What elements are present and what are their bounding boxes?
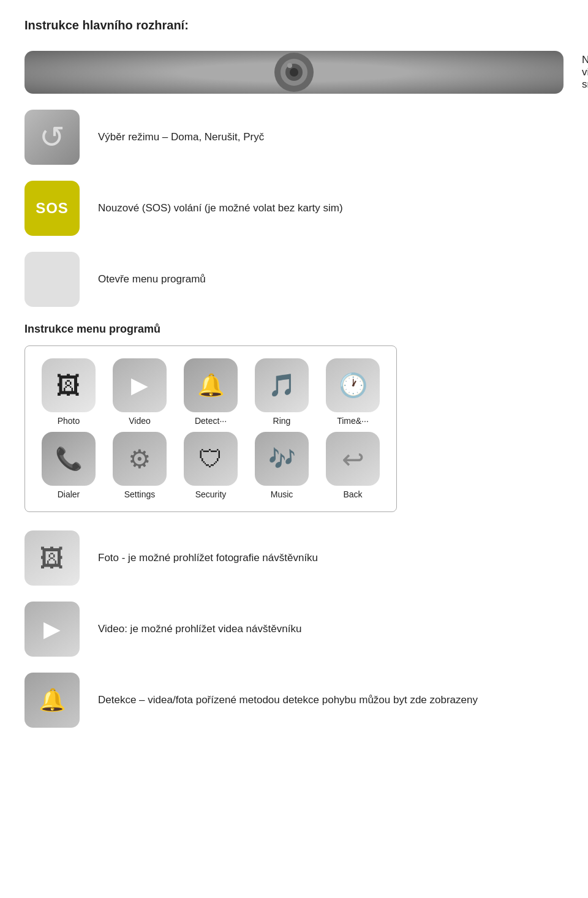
item-text: Výběr režimu – Doma, Nerušit, Pryč	[98, 131, 264, 143]
detect-app-icon	[184, 358, 238, 412]
time-app-icon	[326, 358, 380, 412]
svg-point-4	[287, 63, 292, 68]
app-grid: Photo Video Detect··· Ring Time&··· Dial	[35, 358, 386, 499]
video-desc-icon	[24, 602, 80, 657]
video-app-icon	[113, 358, 167, 412]
security-app-icon	[184, 432, 238, 486]
photo-app-icon	[42, 358, 96, 412]
app-item-dialer[interactable]: Dialer	[35, 432, 102, 499]
back-app-icon	[326, 432, 380, 486]
list-item: Foto - je možné prohlížet fotografie náv…	[24, 530, 564, 586]
list-item: Detekce – videa/fota pořízené metodou de…	[24, 673, 564, 728]
app-grid-section: Instrukce menu programů Photo Video Dete…	[24, 323, 564, 512]
time-app-label: Time&···	[337, 416, 369, 426]
settings-app-label: Settings	[124, 489, 156, 499]
svg-point-3	[290, 68, 298, 77]
app-grid-wrapper: Photo Video Detect··· Ring Time&··· Dial	[24, 345, 397, 512]
section-title: Instrukce menu programů	[24, 323, 564, 336]
app-item-settings[interactable]: Settings	[106, 432, 173, 499]
photo-app-label: Photo	[58, 416, 80, 426]
app-item-security[interactable]: Security	[177, 432, 244, 499]
app-item-time[interactable]: Time&···	[319, 358, 386, 426]
detect-app-label: Detect···	[195, 416, 227, 426]
app-item-back[interactable]: Back	[319, 432, 386, 499]
video-app-label: Video	[129, 416, 151, 426]
sos-icon: SOS	[24, 181, 80, 236]
item-text: Otevře menu programů	[98, 273, 206, 285]
item-text: Nahrávání videa/pořizování snímku	[582, 54, 588, 91]
modes-icon	[24, 110, 80, 165]
bottom-items-list: Foto - je možné prohlížet fotografie náv…	[24, 530, 564, 728]
item-text: Detekce – videa/fota pořízené metodou de…	[98, 694, 478, 706]
dialer-app-label: Dialer	[58, 489, 80, 499]
app-item-video[interactable]: Video	[106, 358, 173, 426]
list-item: Otevře menu programů	[24, 252, 564, 307]
list-item: SOS Nouzové (SOS) volání (je možné volat…	[24, 181, 564, 236]
list-item: Výběr režimu – Doma, Nerušit, Pryč	[24, 110, 564, 165]
list-item: Video: je možné prohlížet videa návštěvn…	[24, 602, 564, 657]
item-text: Foto - je možné prohlížet fotografie náv…	[98, 552, 318, 564]
app-item-detect[interactable]: Detect···	[177, 358, 244, 426]
app-item-photo[interactable]: Photo	[35, 358, 102, 426]
page-title: Instrukce hlavního rozhraní:	[24, 18, 564, 32]
item-text: Nouzové (SOS) volání (je možné volat bez…	[98, 202, 343, 214]
grid-menu-icon	[24, 252, 80, 307]
detect-desc-icon	[24, 673, 80, 728]
main-items-list: Nahrávání videa/pořizování snímku Výběr …	[24, 51, 564, 307]
dialer-app-icon	[42, 432, 96, 486]
photo-desc-icon	[24, 530, 80, 586]
app-item-music[interactable]: Music	[248, 432, 315, 499]
list-item: Nahrávání videa/pořizování snímku	[24, 51, 564, 94]
back-app-label: Back	[343, 489, 362, 499]
app-item-ring[interactable]: Ring	[248, 358, 315, 426]
camera-icon	[24, 51, 564, 94]
ring-app-label: Ring	[273, 416, 291, 426]
settings-app-icon	[113, 432, 167, 486]
item-text: Video: je možné prohlížet videa návštěvn…	[98, 623, 301, 635]
music-app-label: Music	[271, 489, 293, 499]
music-app-icon	[255, 432, 309, 486]
security-app-label: Security	[195, 489, 227, 499]
ring-app-icon	[255, 358, 309, 412]
